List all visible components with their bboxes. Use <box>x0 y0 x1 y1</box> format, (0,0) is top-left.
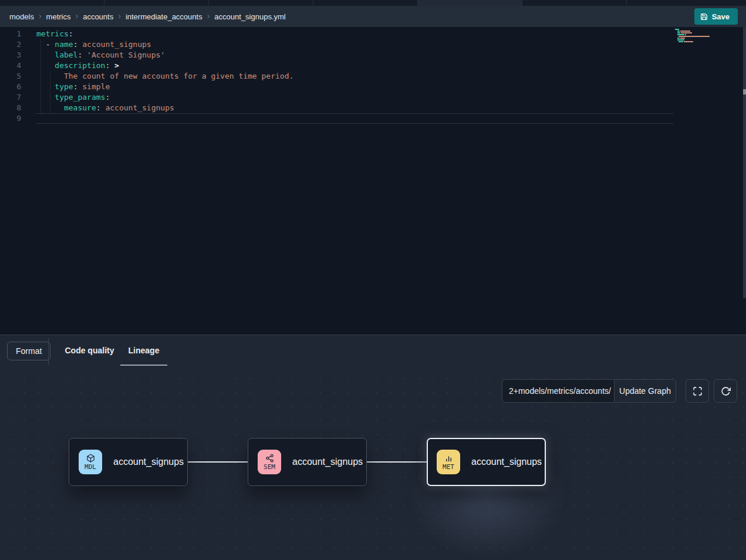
minimap[interactable] <box>675 29 711 45</box>
tab-code-quality[interactable]: Code quality <box>59 335 120 365</box>
top-tab-active[interactable] <box>418 0 522 6</box>
bar-chart-icon <box>444 454 453 463</box>
top-tab[interactable] <box>209 0 313 6</box>
save-button-label: Save <box>712 12 730 21</box>
line-number: 9 <box>0 113 21 124</box>
line-number: 2 <box>0 39 21 50</box>
code-text <box>21 113 36 124</box>
code-text: metrics: <box>21 29 73 39</box>
breadcrumb-separator: › <box>118 11 121 21</box>
breadcrumb-item[interactable]: metrics <box>46 12 71 21</box>
code-line[interactable]: 8 measure: account_signups <box>0 103 293 113</box>
update-graph-button[interactable]: Update Graph <box>614 379 676 403</box>
share-icon <box>265 454 274 463</box>
node-name: account_signups <box>292 457 363 467</box>
panel-header: Format Code quality Lineage <box>0 335 746 366</box>
lineage-edge <box>188 461 248 463</box>
code-text: type_params: <box>21 92 110 103</box>
node-badge-label: SEM <box>264 463 275 471</box>
scrollbar-thumb[interactable] <box>743 89 746 95</box>
line-number: 6 <box>0 82 21 92</box>
breadcrumb-bar: models›metrics›accounts›intermediate_acc… <box>0 6 746 27</box>
header-divider <box>48 338 49 365</box>
node-badge: SEM <box>258 450 281 474</box>
bottom-panel: Format Code quality Lineage Update Graph <box>0 335 746 560</box>
lineage-canvas[interactable]: Update Graph MDLaccount_signupsSEMaccoun… <box>0 366 746 560</box>
top-tab[interactable] <box>522 0 627 6</box>
format-button[interactable]: Format <box>7 342 50 360</box>
code-text: The count of new accounts for a given ti… <box>21 71 293 82</box>
top-tab[interactable] <box>104 0 209 6</box>
node-badge-label: MET <box>443 463 454 471</box>
editor-scrollbar[interactable] <box>743 27 746 298</box>
refresh-icon <box>721 386 731 396</box>
line-number: 7 <box>0 92 21 103</box>
cube-icon <box>86 454 95 463</box>
breadcrumb-separator: › <box>39 11 42 21</box>
lineage-node-met[interactable]: METaccount_signups <box>427 438 546 486</box>
code-line[interactable]: 4 description: > <box>0 60 293 71</box>
fullscreen-icon <box>693 386 703 396</box>
graph-controls: Update Graph <box>502 379 676 403</box>
top-tab[interactable] <box>0 0 104 6</box>
fullscreen-button[interactable] <box>686 379 709 403</box>
code-text: - name: account_signups <box>21 39 151 50</box>
breadcrumb-separator: › <box>75 11 78 21</box>
code-text: type: simple <box>21 82 110 92</box>
lineage-node-mdl[interactable]: MDLaccount_signups <box>69 438 188 486</box>
breadcrumb-item[interactable]: models <box>9 12 34 21</box>
code-line[interactable]: 7 type_params: <box>0 92 293 103</box>
code-line[interactable]: 5 The count of new accounts for a given … <box>0 71 293 82</box>
node-name: account_signups <box>113 457 184 467</box>
breadcrumb-item[interactable]: account_signups.yml <box>214 12 285 21</box>
line-number: 1 <box>0 29 21 39</box>
breadcrumb-item[interactable]: accounts <box>83 12 113 21</box>
line-number: 5 <box>0 71 21 82</box>
top-tab[interactable] <box>313 0 418 6</box>
code-line[interactable]: 1metrics: <box>0 29 293 39</box>
line-number: 8 <box>0 103 21 113</box>
lineage-edge <box>367 461 427 463</box>
save-icon <box>700 13 708 21</box>
top-tab-strip <box>0 0 746 6</box>
node-badge-label: MDL <box>85 463 96 471</box>
node-name: account_signups <box>471 457 542 467</box>
code-line[interactable]: 2 - name: account_signups <box>0 39 293 50</box>
node-badge: MDL <box>79 450 102 474</box>
code-text: label: 'Account Signups' <box>21 50 165 60</box>
refresh-graph-button[interactable] <box>714 379 737 403</box>
save-button[interactable]: Save <box>694 8 738 25</box>
lineage-selector-input[interactable] <box>502 379 615 403</box>
breadcrumb-item[interactable]: intermediate_accounts <box>126 12 202 21</box>
code-line[interactable]: 9 <box>0 113 293 124</box>
ide-window: models›metrics›accounts›intermediate_acc… <box>0 0 746 560</box>
lineage-node-sem[interactable]: SEMaccount_signups <box>248 438 367 486</box>
code-text: measure: account_signups <box>21 103 174 113</box>
line-number: 4 <box>0 60 21 71</box>
editor-lines: 1metrics:2 - name: account_signups3 labe… <box>0 29 293 124</box>
code-text: description: > <box>21 60 119 71</box>
breadcrumb: models›metrics›accounts›intermediate_acc… <box>9 11 286 22</box>
breadcrumb-separator: › <box>207 11 210 21</box>
code-editor[interactable]: 1metrics:2 - name: account_signups3 labe… <box>0 27 746 335</box>
code-line[interactable]: 6 type: simple <box>0 82 293 92</box>
node-badge: MET <box>437 450 460 474</box>
code-line[interactable]: 3 label: 'Account Signups' <box>0 50 293 60</box>
top-tab[interactable] <box>627 0 746 6</box>
line-number: 3 <box>0 50 21 60</box>
tab-lineage[interactable]: Lineage <box>120 335 167 365</box>
